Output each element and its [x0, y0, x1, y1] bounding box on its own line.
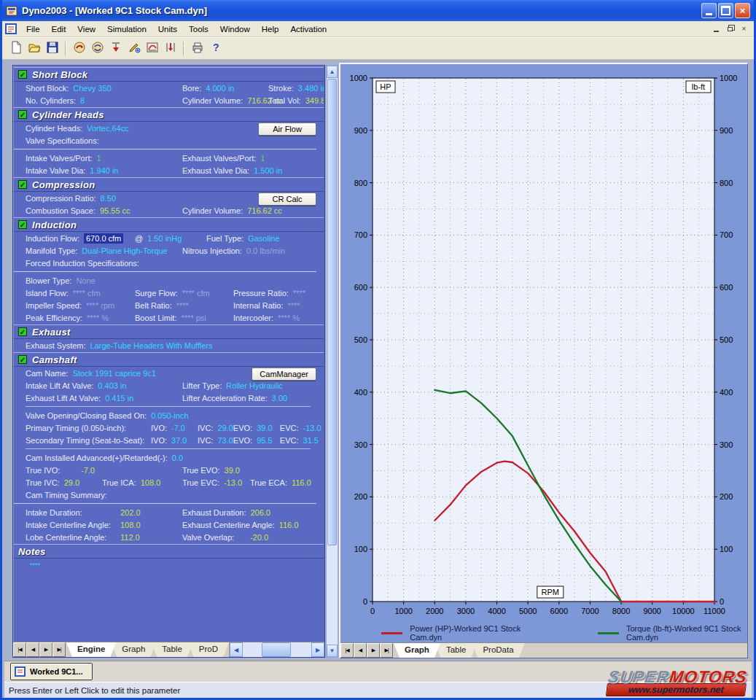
- document-icon[interactable]: [5, 23, 17, 35]
- menu-help[interactable]: Help: [256, 23, 285, 36]
- maximize-button[interactable]: [718, 3, 733, 18]
- field-value[interactable]: 116.0: [292, 478, 311, 488]
- scroll-up-icon[interactable]: ▲: [327, 66, 338, 78]
- field-value[interactable]: 31.5: [303, 435, 319, 446]
- horizontal-scroll-track[interactable]: [243, 642, 311, 657]
- vertical-scrollbar[interactable]: ▲ ▼: [326, 65, 338, 658]
- field-value[interactable]: 1: [260, 153, 265, 163]
- menu-tools[interactable]: Tools: [183, 23, 214, 36]
- field-value[interactable]: 29.0: [64, 478, 79, 488]
- new-document-button[interactable]: [7, 39, 25, 58]
- field-value[interactable]: 39.0: [257, 423, 272, 433]
- field-value[interactable]: 1.940 in: [90, 166, 118, 176]
- tab-graph[interactable]: Graph: [394, 643, 440, 658]
- section-checkbox[interactable]: ✓: [18, 110, 27, 119]
- field-value[interactable]: 39.0: [225, 465, 240, 475]
- field-value[interactable]: 349.8 ci: [305, 96, 324, 106]
- tab-engine[interactable]: Engine: [66, 642, 116, 657]
- field-value[interactable]: 116.0: [279, 520, 299, 530]
- title-bar[interactable]: Dyno2003 - [Worked 9C1 Stock Cam.dyn] ×: [2, 0, 754, 21]
- previous-tab-icon[interactable]: ◀: [26, 642, 39, 657]
- tab-prodata[interactable]: ProData: [472, 643, 524, 658]
- field-value[interactable]: 716.62 cc: [247, 206, 282, 216]
- field-value[interactable]: ****: [176, 300, 189, 311]
- field-value[interactable]: Chevy 350: [73, 83, 112, 93]
- mdi-minimize-button[interactable]: [710, 23, 722, 34]
- field-value[interactable]: Vortec,64cc: [87, 123, 128, 133]
- menu-edit[interactable]: Edit: [46, 23, 72, 36]
- horizontal-scrollbar[interactable]: ◀▶: [229, 642, 324, 657]
- section-checkbox[interactable]: ✓: [18, 355, 27, 364]
- field-value[interactable]: 37.0: [171, 435, 187, 446]
- field-value[interactable]: 1.500 in: [254, 166, 282, 176]
- field-value[interactable]: 112.0: [120, 532, 140, 542]
- minimized-document-button[interactable]: Worked 9C1...: [10, 663, 93, 680]
- field-value[interactable]: -7.0: [171, 423, 185, 433]
- previous-tab-icon[interactable]: ◀: [354, 643, 367, 658]
- field-value[interactable]: 73.0: [217, 435, 233, 446]
- first-tab-icon[interactable]: |◀: [13, 642, 26, 657]
- field-value[interactable]: **** psi: [181, 313, 206, 323]
- section-checkbox[interactable]: ✓: [18, 70, 27, 79]
- field-value[interactable]: 670.0 cfm: [84, 233, 123, 244]
- field-value[interactable]: 3.480 in: [298, 83, 324, 93]
- field-value[interactable]: Dual-Plane High-Torque: [82, 246, 167, 256]
- field-value[interactable]: **** %: [87, 313, 109, 323]
- field-value[interactable]: 3.00: [272, 393, 287, 403]
- field-value[interactable]: **** cfm: [182, 288, 210, 298]
- field-value[interactable]: -13.0: [303, 423, 322, 433]
- field-value[interactable]: Large-Tube Headers With Mufflers: [90, 341, 213, 351]
- field-value[interactable]: 202.0: [120, 508, 141, 518]
- field-value[interactable]: 4.000 in: [206, 83, 234, 93]
- valve-train-button[interactable]: [106, 39, 125, 58]
- field-value[interactable]: ****: [293, 288, 305, 298]
- horizontal-scrollbar-thumb[interactable]: [262, 642, 290, 657]
- field-value[interactable]: ****: [287, 300, 300, 311]
- mdi-restore-button[interactable]: [724, 23, 736, 34]
- menu-units[interactable]: Units: [152, 23, 183, 36]
- field-value[interactable]: ****: [30, 560, 40, 570]
- last-tab-icon[interactable]: ▶|: [380, 643, 393, 658]
- vertical-scrollbar-thumb[interactable]: [327, 79, 337, 545]
- field-value[interactable]: **** %: [278, 313, 300, 323]
- field-value[interactable]: 206.0: [250, 508, 270, 518]
- menu-file[interactable]: File: [20, 23, 46, 36]
- section-checkbox[interactable]: ✓: [18, 327, 27, 336]
- menu-simulation[interactable]: Simulation: [101, 23, 152, 36]
- print-button[interactable]: [188, 39, 206, 58]
- field-value[interactable]: 95.5: [257, 435, 272, 446]
- next-tab-icon[interactable]: ▶: [367, 643, 380, 658]
- help-button[interactable]: ?: [206, 39, 225, 58]
- minimize-button[interactable]: [701, 3, 717, 18]
- section-checkbox[interactable]: ✓: [18, 220, 27, 229]
- engine-convert-button[interactable]: [88, 39, 106, 58]
- field-value[interactable]: 95.55 cc: [100, 206, 130, 216]
- mdi-close-button[interactable]: ×: [738, 23, 750, 34]
- open-file-button[interactable]: [25, 39, 43, 58]
- field-value[interactable]: 29.0: [217, 423, 233, 433]
- scroll-left-icon[interactable]: ◀: [230, 642, 243, 657]
- field-value[interactable]: 0.403 in: [98, 381, 126, 391]
- field-value[interactable]: Gasoline: [248, 233, 279, 244]
- field-value[interactable]: 8.50: [101, 193, 116, 203]
- bore-stroke-tool-button[interactable]: [125, 39, 143, 58]
- tab-prod[interactable]: ProD: [188, 642, 229, 657]
- dyno-chart-button[interactable]: [143, 39, 161, 58]
- tab-table[interactable]: Table: [151, 642, 193, 657]
- tab-table[interactable]: Table: [435, 643, 478, 658]
- field-value[interactable]: 108.0: [120, 520, 141, 530]
- field-value[interactable]: 1.50 inHg: [147, 233, 182, 244]
- menu-activation[interactable]: Activation: [284, 23, 332, 36]
- field-value[interactable]: 0.0 lbs/min: [246, 246, 285, 256]
- field-value[interactable]: -20.0: [250, 532, 268, 542]
- field-value[interactable]: Stock 1991 caprice 9c1: [73, 368, 156, 378]
- field-value[interactable]: 1: [97, 153, 101, 163]
- field-value[interactable]: 0.050-inch: [151, 411, 188, 421]
- scroll-down-icon[interactable]: ▼: [327, 645, 338, 657]
- field-value[interactable]: **** cfm: [73, 288, 101, 298]
- field-value[interactable]: 8: [80, 96, 85, 106]
- menu-view[interactable]: View: [71, 23, 101, 36]
- close-button[interactable]: ×: [735, 3, 750, 18]
- scroll-right-icon[interactable]: ▶: [311, 642, 324, 657]
- engine-manager-button[interactable]: [70, 39, 88, 58]
